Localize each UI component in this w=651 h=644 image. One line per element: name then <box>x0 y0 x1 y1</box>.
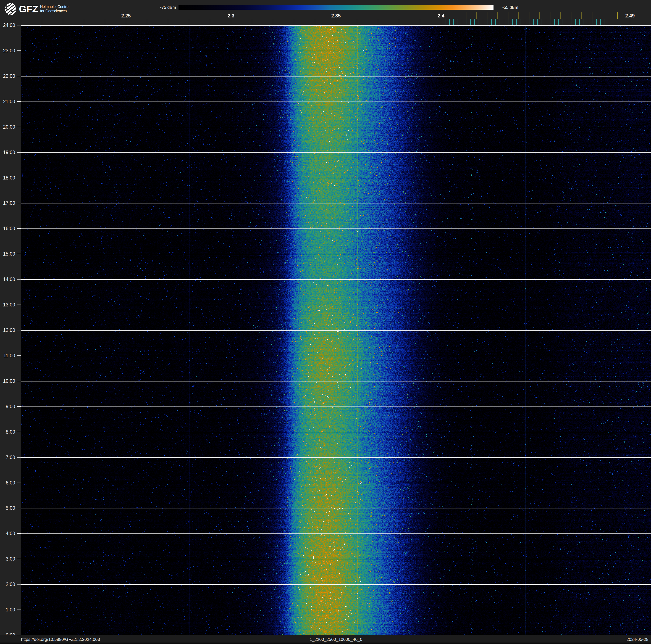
wifi-channel-tick <box>592 12 592 19</box>
time-tick-label: 14:00 <box>0 276 15 282</box>
time-tick-label: 10:00 <box>0 378 15 384</box>
time-tick <box>17 457 21 458</box>
freq-tick <box>378 19 378 25</box>
freq-tick <box>21 19 21 25</box>
ble-channel-tick <box>579 19 580 25</box>
wifi-channel-tick <box>519 12 519 19</box>
ble-channel-tick <box>592 19 592 25</box>
time-tick-label: 19:00 <box>0 150 15 155</box>
ble-channel-tick <box>445 19 445 25</box>
time-tick <box>17 101 21 102</box>
time-tick <box>17 304 21 305</box>
time-tick-label: 6:00 <box>0 480 15 486</box>
time-tick-label: 5:00 <box>0 505 15 511</box>
logo-acronym: GFZ <box>19 2 38 16</box>
wifi-channel-tick <box>508 12 508 19</box>
time-tick <box>17 152 21 153</box>
ble-channel-tick <box>588 19 588 25</box>
time-tick-label: 22:00 <box>0 74 15 79</box>
time-tick <box>17 178 21 178</box>
footer-dataset-id: 1_2200_2500_10000_40_0 <box>310 637 363 642</box>
footer-bar: https://doi.org/10.5880/GFZ.1.2.2024.003… <box>0 635 651 644</box>
ble-channel-tick <box>575 19 576 25</box>
freq-tick-label: 2.35 <box>328 13 344 19</box>
ble-channel-tick <box>609 19 609 25</box>
freq-tick <box>168 19 168 25</box>
ble-channel-tick <box>478 19 479 25</box>
gfz-globe-icon <box>5 2 17 16</box>
ble-channel-tick <box>600 19 601 25</box>
ble-channel-tick <box>529 19 529 25</box>
time-tick <box>17 482 21 483</box>
ble-channel-tick <box>504 19 504 25</box>
ble-channel-tick <box>563 19 563 25</box>
ble-channel-tick <box>466 19 466 25</box>
freq-tick <box>294 19 294 25</box>
ble-channel-tick <box>546 19 546 25</box>
logo-institute-name: Helmholtz Centre for Geosciences <box>40 5 68 13</box>
freq-tick <box>42 19 42 25</box>
wifi-channel-tick <box>476 12 477 19</box>
freq-tick <box>210 19 210 25</box>
time-tick-label: 16:00 <box>0 226 15 231</box>
freq-tick <box>252 19 252 25</box>
time-tick <box>17 127 21 127</box>
time-tick-label: 9:00 <box>0 404 15 409</box>
time-tick <box>17 533 21 534</box>
ble-channel-tick <box>470 19 471 25</box>
time-tick-label: 11:00 <box>0 353 15 358</box>
ble-channel-tick <box>554 19 555 25</box>
time-tick-label: 2:00 <box>0 582 15 587</box>
wifi-channel-tick <box>539 12 540 19</box>
time-tick <box>17 76 21 76</box>
wifi-channel-tick <box>497 12 498 19</box>
time-tick <box>17 228 21 229</box>
ble-channel-tick <box>462 19 462 25</box>
time-tick <box>17 254 21 254</box>
ble-channel-tick <box>571 19 571 25</box>
freq-tick <box>420 19 420 25</box>
time-tick <box>17 584 21 585</box>
ble-channel-tick <box>521 19 521 25</box>
ble-channel-tick <box>525 19 525 25</box>
spectrogram-canvas <box>21 25 651 635</box>
colorbar <box>179 5 494 10</box>
freq-tick <box>147 19 147 25</box>
ble-channel-tick <box>491 19 492 25</box>
freq-tick-label: 2.3 <box>223 13 239 19</box>
time-tick-label: 21:00 <box>0 99 15 105</box>
ble-channel-tick <box>584 19 584 25</box>
time-tick-label: 4:00 <box>0 531 15 536</box>
freq-tick <box>315 19 315 25</box>
ble-channel-tick <box>495 19 496 25</box>
ble-channel-tick <box>596 19 597 25</box>
ble-channel-tick <box>512 19 513 25</box>
ble-channel-tick <box>517 19 517 25</box>
time-tick-label: 24:00 <box>0 23 15 28</box>
wifi-channel-tick <box>560 12 561 19</box>
ble-channel-tick <box>454 19 454 25</box>
freq-tick <box>105 19 105 25</box>
time-tick-label: 3:00 <box>0 556 15 562</box>
footer-doi: https://doi.org/10.5880/GFZ.1.2.2024.003 <box>21 637 100 642</box>
colorbar-min-label: -75 dBm <box>156 5 176 10</box>
freq-tick <box>126 19 126 25</box>
time-tick <box>17 25 21 25</box>
freq-tick <box>336 19 336 25</box>
freq-tick <box>630 19 630 25</box>
freq-tick <box>63 19 63 25</box>
time-tick <box>17 432 21 432</box>
time-tick <box>17 279 21 280</box>
time-tick <box>17 203 21 203</box>
time-tick <box>17 559 21 559</box>
colorbar-max-label: -55 dBm <box>502 5 528 10</box>
wifi-channel-tick <box>582 12 582 19</box>
ble-channel-tick <box>537 19 538 25</box>
ble-channel-tick <box>449 19 450 25</box>
time-tick-label: 12:00 <box>0 327 15 333</box>
freq-tick <box>399 19 399 25</box>
time-tick <box>17 381 21 381</box>
freq-tick <box>441 19 441 25</box>
wifi-channel-tick <box>466 12 466 19</box>
time-tick-label: 13:00 <box>0 302 15 308</box>
